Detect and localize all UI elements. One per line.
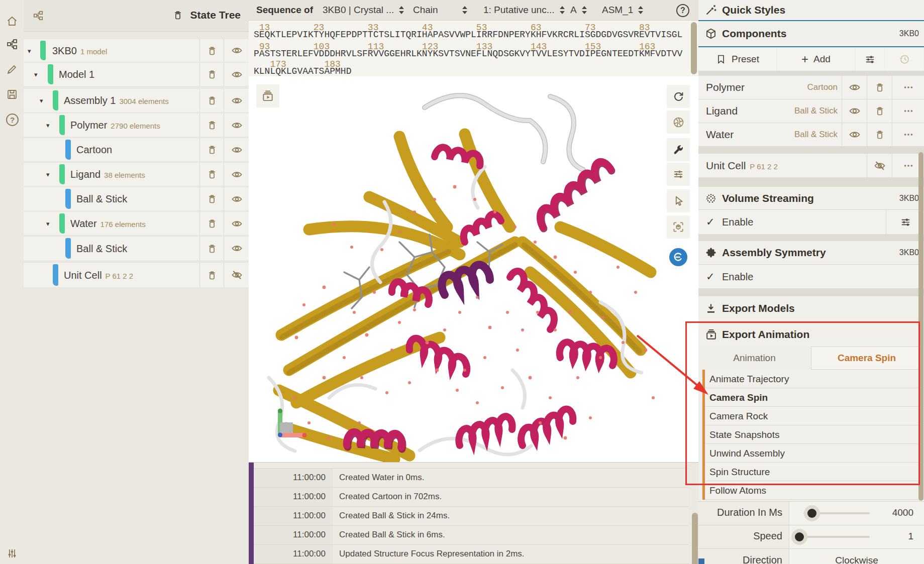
tree-row-model1[interactable]: ▾ Model 1 [24,63,249,86]
components-header[interactable]: Components 3KB0 [698,21,924,47]
volume-streaming-header[interactable]: Volume Streaming 3KB0 [698,187,924,210]
toggle-visibility-button[interactable] [224,187,249,210]
option-camera-rock[interactable]: Camera Rock [702,407,924,425]
toggle-visibility-button[interactable] [842,123,867,146]
delete-component-button[interactable] [867,76,892,99]
volume-streaming-enable-row[interactable]: ✓ Enable [698,210,924,234]
direction-select[interactable]: Clockwise [789,549,924,564]
param-value[interactable]: 4000 [892,507,913,518]
settings-sliders-icon[interactable] [6,547,18,559]
option-animate-trajectory[interactable]: Animate Trajectory [702,370,924,388]
toggle-visibility-button[interactable] [842,76,867,99]
home-icon[interactable] [6,15,18,27]
viewport-3d[interactable] [249,76,698,462]
option-camera-spin[interactable]: Camera Spin [702,388,924,407]
assembly-dropdown[interactable]: ASM_1 [602,5,644,16]
entity-dropdown[interactable]: 1: Putative unc... [483,5,565,16]
quick-styles-header[interactable]: Quick Styles [698,0,924,21]
toggle-visibility-button[interactable] [224,237,249,260]
camera-focus-icon[interactable] [667,215,690,239]
delete-component-button[interactable] [867,99,892,123]
more-options-icon[interactable] [892,76,924,99]
save-state-icon[interactable] [6,88,18,100]
remove-all-icon[interactable] [172,10,183,21]
add-component-button[interactable]: + Add [777,48,855,70]
option-state-snapshots[interactable]: State Snapshots [702,425,924,444]
assembly-symmetry-enable-row[interactable]: ✓ Enable [698,265,924,288]
sequence-help-icon[interactable]: ? [676,4,689,17]
export-models-header[interactable]: Export Models [698,296,924,320]
tree-row-3kb0[interactable]: ▾ 3KB01 model [24,39,249,62]
tree-row-ballstick-water[interactable]: Ball & Stick [24,237,249,260]
delete-node-button[interactable] [199,237,224,260]
chevron-down-icon[interactable]: ▾ [46,122,50,129]
animation-gallery-icon[interactable] [256,84,279,107]
residue-letters-row[interactable]: PASTSTERLEFVDDDHRVLSFRVVGGEHRLKNYKSVTSVN… [254,49,682,58]
chevron-down-icon[interactable]: ▾ [40,97,43,104]
chevron-down-icon[interactable]: ▾ [28,47,31,54]
toggle-visibility-button[interactable] [224,263,249,287]
sequence-scrollbar[interactable] [691,22,697,74]
toggle-visibility-button[interactable] [867,154,892,177]
chevron-down-icon[interactable]: ▾ [46,171,50,178]
toggle-visibility-button[interactable] [224,163,249,186]
delete-node-button[interactable] [199,114,224,137]
residue-letters-row[interactable]: SEQKTLEPVIKTYHQFEPDPTTCTSLITQRIHAPASVVWP… [254,30,682,39]
option-spin-structure[interactable]: Spin Structure [702,463,924,481]
chevron-down-icon[interactable]: ▾ [46,220,50,228]
toggle-visibility-button[interactable] [224,39,249,62]
delete-component-button[interactable] [867,123,892,146]
delete-node-button[interactable] [199,89,224,112]
selection-mode-icon[interactable] [667,189,690,212]
component-row-ligand[interactable]: Ligand Ball & Stick [698,99,924,123]
log-scrollbar[interactable] [692,513,698,564]
delete-node-button[interactable] [199,263,224,287]
component-row-polymer[interactable]: Polymer Cartoon [698,76,924,99]
export-animation-header[interactable]: Export Animation [698,323,924,346]
delete-node-button[interactable] [199,63,224,86]
delete-node-button[interactable] [199,163,224,186]
delete-node-button[interactable] [199,39,224,62]
tree-row-unitcell[interactable]: Unit CellP 61 2 2 [24,263,249,287]
controls-wrench-icon[interactable] [667,138,690,161]
molstar-logo-icon[interactable] [667,246,690,269]
toggle-visibility-button[interactable] [224,63,249,86]
mode-dropdown[interactable]: Chain [413,5,468,16]
screenshot-icon[interactable] [667,110,690,134]
delete-node-button[interactable] [199,138,224,161]
structure-dropdown[interactable]: 3KB0 | Crystal ... [323,5,404,16]
toggle-visibility-button[interactable] [224,212,249,235]
toggle-visibility-button[interactable] [842,99,867,123]
toggle-visibility-button[interactable] [224,89,249,112]
param-value[interactable]: 1 [908,531,913,542]
component-row-water[interactable]: Water Ball & Stick [698,123,924,147]
right-panel-scrollbar[interactable] [918,152,923,501]
toggle-visibility-button[interactable] [224,114,249,137]
delete-node-button[interactable] [199,212,224,235]
toggle-visibility-button[interactable] [224,138,249,161]
preset-button[interactable]: Preset [698,48,776,70]
option-follow-atoms[interactable]: Follow Atoms [702,481,924,500]
reset-camera-icon[interactable] [667,85,690,108]
chevron-down-icon[interactable]: ▾ [34,71,38,78]
component-row-unitcell[interactable]: Unit CellP 61 2 2 [698,154,924,178]
tree-row-assembly1[interactable]: ▾ Assembly 13004 elements [24,89,249,112]
chain-dropdown[interactable]: A [570,5,587,16]
option-unwind-assembly[interactable]: Unwind Assembly [702,444,924,463]
history-button[interactable] [885,48,923,70]
assembly-symmetry-header[interactable]: Assembly Symmetry 3KB0 [698,241,924,265]
component-options-button[interactable] [856,48,884,70]
speed-slider-knob[interactable] [795,532,804,541]
state-tree-icon[interactable] [6,38,18,50]
tree-icon[interactable] [33,10,44,21]
tree-row-ligand[interactable]: ▾ Ligand38 elements [24,163,249,186]
settings-icon[interactable] [667,163,690,186]
tab-animation[interactable]: Animation [698,347,810,370]
tree-row-polymer[interactable]: ▾ Polymer2790 elements [24,114,249,137]
residue-letters-row[interactable]: KLNLQKLGVAATSAPMHD [254,67,351,76]
tree-row-ballstick-ligand[interactable]: Ball & Stick [24,187,249,210]
tree-row-water[interactable]: ▾ Water176 elements [24,212,249,235]
more-options-icon[interactable] [892,99,924,123]
tab-camera-spin[interactable]: Camera Spin [811,347,922,370]
delete-node-button[interactable] [199,187,224,210]
